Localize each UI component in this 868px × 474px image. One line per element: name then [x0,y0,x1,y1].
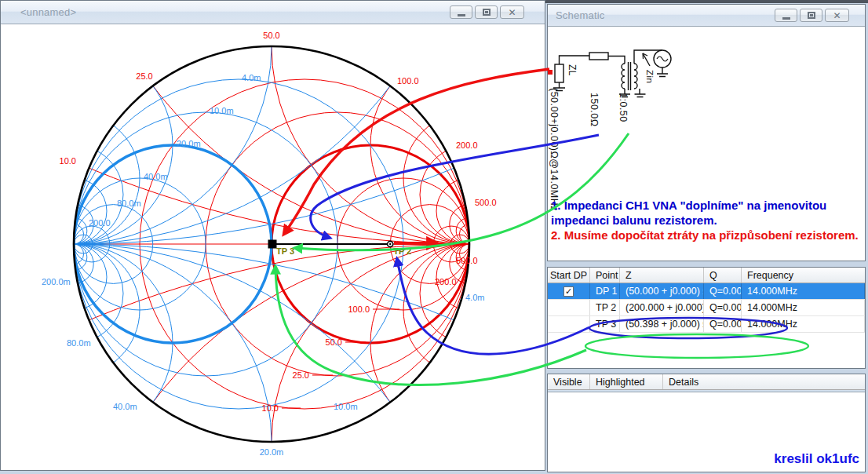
transformer-ratio-label: 1:0.50 [618,93,629,122]
column-header[interactable]: Visible [548,374,590,389]
chart-window-titlebar[interactable]: <unnamed> ✕ [1,1,545,24]
schematic-titlebar[interactable]: Schematic ✕ [548,5,865,27]
svg-text:80.0m: 80.0m [117,199,141,208]
svg-text:500.0: 500.0 [475,198,497,207]
circles-table: Visible Highlighted Details [548,374,865,390]
column-header[interactable]: Start DP [548,268,590,283]
z-cell: (200.000 + j0.000) Ω [620,300,704,315]
point-cell: TP 2 [590,300,620,315]
column-header[interactable]: Frequency [742,268,865,283]
q-cell: Q=0.000 [704,300,742,315]
datapoints-table: Start DP Point Z Q Frequency ✓ DP 1 (50.… [548,268,865,333]
svg-text:500.0: 500.0 [456,256,478,265]
chart-window-title: <unnamed> [9,6,76,18]
series-resistor-symbol [589,53,608,60]
frequency-cell: 14.000MHz [742,300,865,315]
transformer-secondary-coil [634,64,637,89]
table-row-dp1[interactable]: ✓ DP 1 (50.000 + j0.000) Ω Q=0.000 14.00… [548,283,865,300]
restore-button[interactable] [475,5,498,19]
smith-chart[interactable]: 10.025.050.0100.0200.0500.04.0m10.0m20.0… [1,24,545,470]
datapoint-node-marker [548,70,553,75]
svg-text:100.0: 100.0 [397,76,419,86]
transformer-primary-coil [622,64,625,89]
start-dp-checkbox[interactable]: ✓ [563,286,574,297]
chart-window: <unnamed> ✕ 10.025.050.0100.0200.0500.04… [0,0,545,471]
load-value-label: (50.00+j0.00)Ω@14.0MHz [549,88,560,211]
svg-text:200.0: 200.0 [435,277,457,286]
load-resistor-symbol [555,64,563,82]
schematic-panel: Schematic ✕ [547,4,866,261]
q-cell: Q=0.000 [704,316,742,332]
restore-icon [483,9,491,16]
svg-text:10.0m: 10.0m [210,106,234,115]
app-frame-edge [545,0,868,3]
series-resistor-label: 150.0Ω [589,93,600,127]
svg-text:4.0m: 4.0m [465,293,484,302]
q-cell: Q=0.000 [704,283,742,299]
start-dp-cell[interactable] [548,300,590,315]
svg-text:10.0: 10.0 [60,156,76,166]
svg-text:40.0m: 40.0m [113,402,137,411]
svg-text:200.0: 200.0 [89,218,111,228]
minimize-button[interactable] [450,5,472,19]
zin-label: Zin [645,70,655,83]
datapoints-panel: Datapoints ✕ Start DP Point Z Q Frequenc… [547,267,866,369]
svg-text:10.0m: 10.0m [334,402,358,411]
close-button[interactable]: ✕ [500,5,524,19]
note-2: 2. Musíme dopočítat ztráty na přizpůsobe… [551,228,865,242]
annotation-notes: 1. Impedanci CH1 VNA "doplníme" na jmeno… [551,198,865,242]
table-row-tp2[interactable]: TP 2 (200.000 + j0.000) Ω Q=0.000 14.000… [548,300,865,316]
svg-text:20.0m: 20.0m [177,139,201,148]
schematic-title: Schematic [556,9,605,21]
schematic-close-button[interactable]: ✕ [825,9,849,22]
svg-text:40.0m: 40.0m [144,172,168,181]
datapoints-header-row: Start DP Point Z Q Frequency [548,268,865,283]
svg-text:200.0m: 200.0m [42,277,71,286]
svg-text:4.0m: 4.0m [242,73,261,82]
load-label: ZL [567,64,578,76]
minimize-icon [782,17,790,20]
z-cell: (50.398 + j0.000) Ω [620,316,704,332]
point-cell: DP 1 [590,283,620,299]
column-header[interactable]: Highlighted [590,374,663,389]
svg-text:25.0: 25.0 [136,71,152,81]
frequency-cell: 14.000MHz [742,283,865,299]
table-row-tp3[interactable]: TP 3 (50.398 + j0.000) Ω Q=0.000 14.000M… [548,316,865,333]
transformer-core [629,62,631,90]
column-header[interactable]: Q [704,268,742,283]
frequency-cell: 14.000MHz [742,316,865,332]
restore-icon [808,12,815,19]
close-icon: ✕ [508,8,516,17]
close-icon: ✕ [833,11,841,20]
svg-text:100.0: 100.0 [348,304,370,314]
svg-text:TP 3: TP 3 [276,246,294,256]
note-1: 1. Impedanci CH1 VNA "doplníme" na jmeno… [551,198,865,228]
svg-text:TP 2: TP 2 [393,246,411,256]
svg-text:50.0: 50.0 [326,337,342,347]
z-cell: (50.000 + j0.000) Ω [620,283,704,299]
svg-text:80.0m: 80.0m [67,338,91,348]
column-header[interactable]: Details [663,374,865,389]
circles-header-row: Visible Highlighted Details [548,374,865,390]
schematic-restore-button[interactable] [800,9,822,22]
column-header[interactable]: Point [590,268,620,283]
svg-text:20.0m: 20.0m [260,447,284,457]
svg-text:25.0: 25.0 [293,370,309,380]
svg-text:200.0: 200.0 [456,140,478,150]
svg-text:50.0: 50.0 [263,31,279,40]
svg-text:10.0: 10.0 [262,403,279,413]
start-dp-cell[interactable] [548,316,590,332]
column-header[interactable]: Z [620,268,704,283]
minimize-icon [458,14,465,16]
point-cell: TP 3 [590,316,620,332]
schematic-minimize-button[interactable] [775,9,797,22]
credit-text: kreslil ok1ufc [710,451,859,467]
